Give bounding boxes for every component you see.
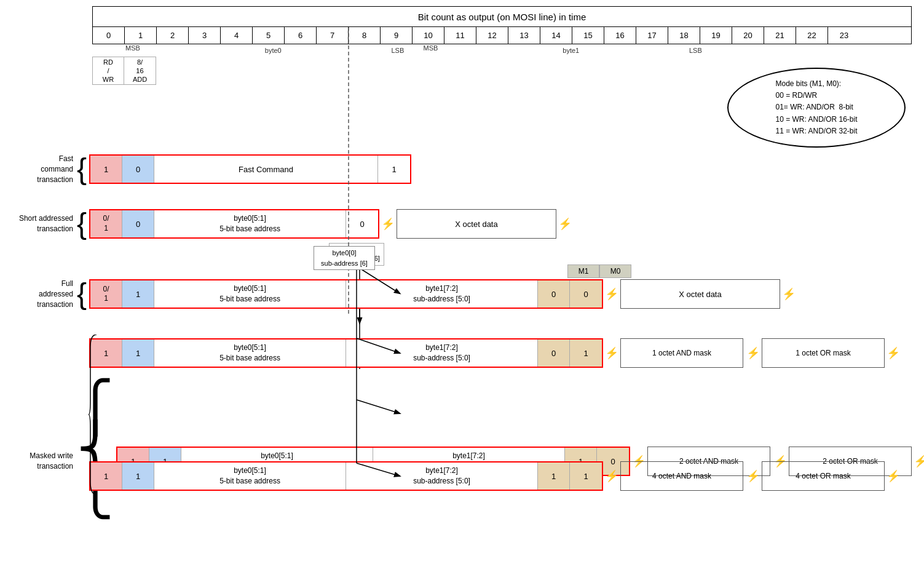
fa-byte1: byte1[7:2]sub-address [5:0] (346, 280, 538, 308)
mw1-ext1: 1 octet AND mask (620, 338, 743, 368)
bit-num-22: 22 (796, 27, 828, 44)
mw3-ext2: 4 octet OR mask (762, 461, 885, 491)
fast-command-section: Fastcommandtransaction { 1 0 Fast Comman… (0, 154, 411, 185)
fc-cell2: 0 (122, 156, 154, 183)
bit-num-6: 6 (285, 27, 317, 44)
mw1-zigzag: ⚡ (604, 346, 619, 360)
mode-ellipse: Mode bits (M1, M0):00 = RD/WR01= WR: AND… (727, 68, 906, 148)
sa-cell3: 0 (346, 210, 378, 237)
masked-write-row3: { 1 1 byte0[5:1]5-bit base address byte1… (0, 461, 902, 491)
bit-num-14: 14 (540, 27, 572, 44)
fa-cell2: 1 (122, 280, 154, 308)
bit-num-2: 2 (157, 27, 189, 44)
mw1-addr: byte0[5:1]5-bit base address (154, 340, 346, 367)
fast-command-brace: { (77, 157, 87, 182)
bit-num-11: 11 (444, 27, 476, 44)
mw3-zigzag3: ⚡ (886, 469, 901, 483)
mw3-zigzag2: ⚡ (746, 469, 760, 483)
bit-num-10: 10 (413, 27, 444, 44)
masked-write-multi-brace (88, 335, 98, 496)
mw3-zigzag: ⚡ (604, 469, 619, 483)
mw3-m0: 1 (570, 463, 602, 490)
fa-m0: 0 (570, 280, 602, 308)
mw1-zigzag3: ⚡ (886, 346, 901, 360)
mw3-cell2: 1 (122, 463, 154, 490)
mw3-ext1: 4 octet AND mask (620, 461, 743, 491)
mw1-byte1: byte1[7:2]sub-address [5:0] (346, 340, 538, 367)
mw2-zigzag3: ⚡ (913, 455, 924, 468)
bit-num-19: 19 (700, 27, 732, 44)
bit-num-4: 4 (221, 27, 253, 44)
fast-command-label: Fastcommandtransaction (0, 154, 77, 185)
fa-cell1: 0/1 (90, 280, 122, 308)
fa-addr: byte0[5:1]5-bit base address (154, 280, 346, 308)
bit-num-9: 9 (381, 27, 413, 44)
mw3-addr: byte0[5:1]5-bit base address (154, 463, 346, 490)
full-addressed-section: Fulladdressedtransaction { 0/1 1 byte0[5… (0, 279, 797, 309)
short-addressed-label: Short addressedtransaction (0, 213, 77, 234)
bit-num-8: 8 (349, 27, 381, 44)
mw3-m1: 1 (538, 463, 570, 490)
full-box: 0/1 1 byte0[5:1]5-bit base address byte1… (89, 279, 603, 309)
bit-num-13: 13 (508, 27, 540, 44)
m0-header: M0 (599, 264, 631, 278)
mw3-box: 1 1 byte0[5:1]5-bit base address byte1[7… (89, 461, 603, 491)
fa-zigzag2: ⚡ (781, 287, 796, 301)
bit-num-16: 16 (604, 27, 636, 44)
bit-num-17: 17 (636, 27, 668, 44)
bit-num-12: 12 (476, 27, 508, 44)
full-addressed-label: Fulladdressedtransaction (0, 279, 77, 309)
mw1-cell2: 1 (122, 340, 154, 367)
fa-m1: 0 (538, 280, 570, 308)
bit-num-0: 0 (93, 27, 125, 44)
bit-num-20: 20 (732, 27, 764, 44)
sa-cell1: 0/1 (90, 210, 122, 237)
mw3-byte1: byte1[7:2]sub-address [5:0] (346, 463, 538, 490)
sa-cell2: 0 (122, 210, 154, 237)
diagram-container: Bit count as output (on MOSI line) in ti… (0, 0, 924, 564)
short-addressed-section: Short addressedtransaction { 0/1 0 byte0… (0, 209, 574, 239)
fa-zigzag: ⚡ (604, 287, 619, 301)
bit-num-23: 23 (828, 27, 860, 44)
short-brace: { (77, 212, 87, 237)
bit-num-18: 18 (668, 27, 700, 44)
bit-num-21: 21 (764, 27, 796, 44)
m1-header: M1 (567, 264, 599, 278)
bit-num-3: 3 (189, 27, 221, 44)
short-box: 0/1 0 byte0[5:1]5-bit base address 0 (89, 209, 379, 239)
fa-ext: X octet data (620, 279, 780, 309)
full-brace: { (77, 282, 87, 307)
bit-num-1: 1 (125, 27, 157, 44)
sa-addr: byte0[5:1]5-bit base address (154, 210, 346, 237)
short-ext: X octet data (397, 209, 556, 239)
bit-num-5: 5 (253, 27, 285, 44)
mw1-m0: 1 (570, 340, 602, 367)
add-816-cell: 8/16ADD (124, 57, 156, 85)
subaddr-annotation-box: byte0[0]sub-address [6] (314, 246, 375, 270)
fc-cell1: 1 (90, 156, 122, 183)
mw1-ext2: 1 octet OR mask (762, 338, 885, 368)
mw1-m1: 0 (538, 340, 570, 367)
mw1-box: 1 1 byte0[5:1]5-bit base address byte1[7… (89, 338, 603, 368)
fc-cell3: 1 (378, 156, 410, 183)
short-zigzag2: ⚡ (558, 217, 572, 231)
mw1-zigzag2: ⚡ (746, 346, 760, 360)
bit-num-15: 15 (572, 27, 604, 44)
rd-wr-cell: RD/WR (92, 57, 124, 85)
fa-xdata: X octet data (621, 280, 780, 308)
short-xdata: X octet data (397, 210, 556, 238)
fc-main: Fast Command (154, 156, 378, 183)
bit-count-title: Bit count as output (on MOSI line) in ti… (92, 6, 912, 27)
short-zigzag: ⚡ (381, 217, 395, 231)
masked-write-row1: { 1 1 byte0[5:1]5-bit base address byte1… (0, 338, 902, 368)
fast-command-box: 1 0 Fast Command 1 (89, 154, 411, 184)
bit-num-7: 7 (317, 27, 349, 44)
